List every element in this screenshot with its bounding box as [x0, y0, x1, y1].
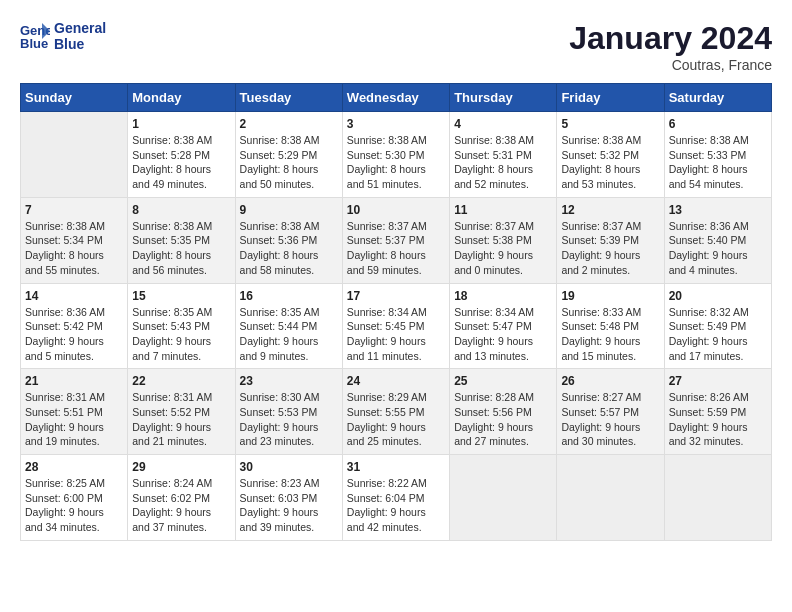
calendar-day-cell: 7Sunrise: 8:38 AMSunset: 5:34 PMDaylight… — [21, 197, 128, 283]
col-sunday: Sunday — [21, 84, 128, 112]
day-number: 26 — [561, 374, 659, 388]
day-number: 15 — [132, 289, 230, 303]
day-number: 28 — [25, 460, 123, 474]
day-number: 12 — [561, 203, 659, 217]
col-tuesday: Tuesday — [235, 84, 342, 112]
day-info: Sunrise: 8:38 AMSunset: 5:29 PMDaylight:… — [240, 133, 338, 192]
col-monday: Monday — [128, 84, 235, 112]
location: Coutras, France — [569, 57, 772, 73]
calendar-day-cell: 13Sunrise: 8:36 AMSunset: 5:40 PMDayligh… — [664, 197, 771, 283]
day-number: 19 — [561, 289, 659, 303]
day-number: 5 — [561, 117, 659, 131]
calendar-week-row: 14Sunrise: 8:36 AMSunset: 5:42 PMDayligh… — [21, 283, 772, 369]
day-info: Sunrise: 8:37 AMSunset: 5:39 PMDaylight:… — [561, 219, 659, 278]
day-info: Sunrise: 8:34 AMSunset: 5:47 PMDaylight:… — [454, 305, 552, 364]
day-info: Sunrise: 8:31 AMSunset: 5:52 PMDaylight:… — [132, 390, 230, 449]
calendar-table: Sunday Monday Tuesday Wednesday Thursday… — [20, 83, 772, 541]
col-wednesday: Wednesday — [342, 84, 449, 112]
logo-icon: General Blue — [20, 21, 50, 51]
day-info: Sunrise: 8:35 AMSunset: 5:44 PMDaylight:… — [240, 305, 338, 364]
day-number: 18 — [454, 289, 552, 303]
calendar-day-cell: 15Sunrise: 8:35 AMSunset: 5:43 PMDayligh… — [128, 283, 235, 369]
calendar-day-cell — [557, 455, 664, 541]
day-info: Sunrise: 8:38 AMSunset: 5:33 PMDaylight:… — [669, 133, 767, 192]
calendar-day-cell: 3Sunrise: 8:38 AMSunset: 5:30 PMDaylight… — [342, 112, 449, 198]
calendar-day-cell: 11Sunrise: 8:37 AMSunset: 5:38 PMDayligh… — [450, 197, 557, 283]
day-info: Sunrise: 8:38 AMSunset: 5:32 PMDaylight:… — [561, 133, 659, 192]
day-number: 2 — [240, 117, 338, 131]
day-number: 20 — [669, 289, 767, 303]
day-number: 7 — [25, 203, 123, 217]
calendar-day-cell: 1Sunrise: 8:38 AMSunset: 5:28 PMDaylight… — [128, 112, 235, 198]
day-info: Sunrise: 8:26 AMSunset: 5:59 PMDaylight:… — [669, 390, 767, 449]
day-info: Sunrise: 8:36 AMSunset: 5:42 PMDaylight:… — [25, 305, 123, 364]
day-number: 6 — [669, 117, 767, 131]
day-info: Sunrise: 8:23 AMSunset: 6:03 PMDaylight:… — [240, 476, 338, 535]
day-number: 31 — [347, 460, 445, 474]
calendar-day-cell: 21Sunrise: 8:31 AMSunset: 5:51 PMDayligh… — [21, 369, 128, 455]
day-number: 16 — [240, 289, 338, 303]
day-info: Sunrise: 8:37 AMSunset: 5:37 PMDaylight:… — [347, 219, 445, 278]
title-block: January 2024 Coutras, France — [569, 20, 772, 73]
day-info: Sunrise: 8:32 AMSunset: 5:49 PMDaylight:… — [669, 305, 767, 364]
day-number: 17 — [347, 289, 445, 303]
calendar-week-row: 21Sunrise: 8:31 AMSunset: 5:51 PMDayligh… — [21, 369, 772, 455]
col-saturday: Saturday — [664, 84, 771, 112]
day-info: Sunrise: 8:31 AMSunset: 5:51 PMDaylight:… — [25, 390, 123, 449]
calendar-day-cell: 20Sunrise: 8:32 AMSunset: 5:49 PMDayligh… — [664, 283, 771, 369]
day-info: Sunrise: 8:36 AMSunset: 5:40 PMDaylight:… — [669, 219, 767, 278]
day-number: 1 — [132, 117, 230, 131]
day-number: 21 — [25, 374, 123, 388]
day-info: Sunrise: 8:28 AMSunset: 5:56 PMDaylight:… — [454, 390, 552, 449]
logo-text: General Blue — [54, 20, 106, 52]
day-number: 14 — [25, 289, 123, 303]
day-number: 24 — [347, 374, 445, 388]
day-info: Sunrise: 8:29 AMSunset: 5:55 PMDaylight:… — [347, 390, 445, 449]
day-number: 23 — [240, 374, 338, 388]
day-info: Sunrise: 8:35 AMSunset: 5:43 PMDaylight:… — [132, 305, 230, 364]
calendar-day-cell: 8Sunrise: 8:38 AMSunset: 5:35 PMDaylight… — [128, 197, 235, 283]
calendar-day-cell: 19Sunrise: 8:33 AMSunset: 5:48 PMDayligh… — [557, 283, 664, 369]
calendar-day-cell: 6Sunrise: 8:38 AMSunset: 5:33 PMDaylight… — [664, 112, 771, 198]
calendar-day-cell — [664, 455, 771, 541]
day-number: 25 — [454, 374, 552, 388]
calendar-day-cell: 30Sunrise: 8:23 AMSunset: 6:03 PMDayligh… — [235, 455, 342, 541]
day-number: 3 — [347, 117, 445, 131]
calendar-day-cell: 25Sunrise: 8:28 AMSunset: 5:56 PMDayligh… — [450, 369, 557, 455]
month-title: January 2024 — [569, 20, 772, 57]
calendar-day-cell: 9Sunrise: 8:38 AMSunset: 5:36 PMDaylight… — [235, 197, 342, 283]
day-info: Sunrise: 8:38 AMSunset: 5:34 PMDaylight:… — [25, 219, 123, 278]
day-info: Sunrise: 8:22 AMSunset: 6:04 PMDaylight:… — [347, 476, 445, 535]
day-info: Sunrise: 8:24 AMSunset: 6:02 PMDaylight:… — [132, 476, 230, 535]
day-number: 4 — [454, 117, 552, 131]
calendar-day-cell: 27Sunrise: 8:26 AMSunset: 5:59 PMDayligh… — [664, 369, 771, 455]
calendar-day-cell: 5Sunrise: 8:38 AMSunset: 5:32 PMDaylight… — [557, 112, 664, 198]
calendar-day-cell: 24Sunrise: 8:29 AMSunset: 5:55 PMDayligh… — [342, 369, 449, 455]
calendar-day-cell — [21, 112, 128, 198]
page-header: General Blue General Blue January 2024 C… — [20, 20, 772, 73]
day-number: 11 — [454, 203, 552, 217]
calendar-day-cell: 12Sunrise: 8:37 AMSunset: 5:39 PMDayligh… — [557, 197, 664, 283]
day-info: Sunrise: 8:30 AMSunset: 5:53 PMDaylight:… — [240, 390, 338, 449]
calendar-day-cell: 16Sunrise: 8:35 AMSunset: 5:44 PMDayligh… — [235, 283, 342, 369]
day-info: Sunrise: 8:34 AMSunset: 5:45 PMDaylight:… — [347, 305, 445, 364]
calendar-day-cell: 23Sunrise: 8:30 AMSunset: 5:53 PMDayligh… — [235, 369, 342, 455]
calendar-day-cell: 29Sunrise: 8:24 AMSunset: 6:02 PMDayligh… — [128, 455, 235, 541]
day-number: 29 — [132, 460, 230, 474]
day-number: 8 — [132, 203, 230, 217]
day-number: 22 — [132, 374, 230, 388]
calendar-day-cell: 28Sunrise: 8:25 AMSunset: 6:00 PMDayligh… — [21, 455, 128, 541]
svg-text:Blue: Blue — [20, 36, 48, 51]
day-info: Sunrise: 8:38 AMSunset: 5:30 PMDaylight:… — [347, 133, 445, 192]
day-number: 27 — [669, 374, 767, 388]
day-info: Sunrise: 8:38 AMSunset: 5:35 PMDaylight:… — [132, 219, 230, 278]
day-info: Sunrise: 8:38 AMSunset: 5:36 PMDaylight:… — [240, 219, 338, 278]
day-number: 10 — [347, 203, 445, 217]
calendar-week-row: 1Sunrise: 8:38 AMSunset: 5:28 PMDaylight… — [21, 112, 772, 198]
day-info: Sunrise: 8:25 AMSunset: 6:00 PMDaylight:… — [25, 476, 123, 535]
day-info: Sunrise: 8:33 AMSunset: 5:48 PMDaylight:… — [561, 305, 659, 364]
calendar-day-cell: 14Sunrise: 8:36 AMSunset: 5:42 PMDayligh… — [21, 283, 128, 369]
col-friday: Friday — [557, 84, 664, 112]
calendar-day-cell: 31Sunrise: 8:22 AMSunset: 6:04 PMDayligh… — [342, 455, 449, 541]
calendar-day-cell: 2Sunrise: 8:38 AMSunset: 5:29 PMDaylight… — [235, 112, 342, 198]
